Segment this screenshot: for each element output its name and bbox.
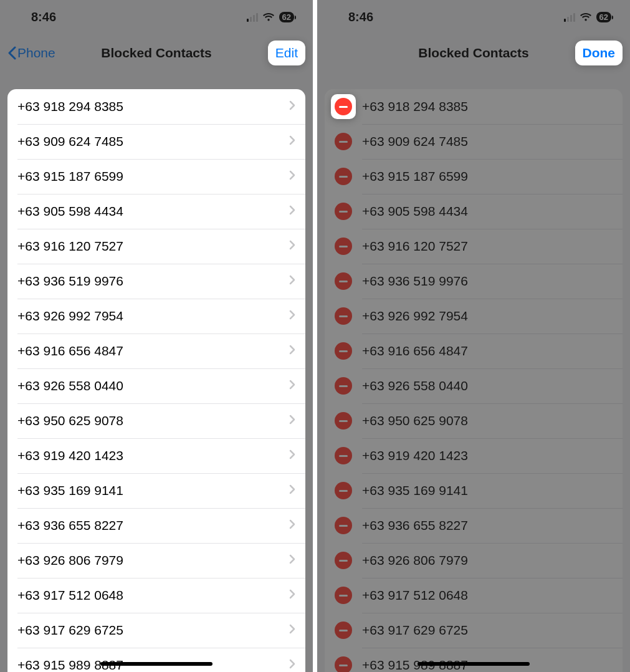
remove-contact-button[interactable] xyxy=(335,133,352,150)
battery-indicator: 62 xyxy=(596,12,611,22)
chevron-right-icon xyxy=(289,449,295,462)
minus-icon xyxy=(339,560,348,562)
contact-number: +63 926 806 7979 xyxy=(17,553,289,568)
contact-number: +63 950 625 9078 xyxy=(17,413,289,428)
nav-bar: Phone Blocked Contacts Edit xyxy=(0,34,313,72)
blocked-contact-row-editing: +63 905 598 4434 xyxy=(325,194,623,229)
blocked-contacts-list-editing: +63 918 294 8385+63 909 624 7485+63 915 … xyxy=(325,89,623,672)
minus-icon xyxy=(339,315,348,317)
remove-contact-button[interactable] xyxy=(335,168,352,185)
status-time: 8:46 xyxy=(348,10,373,24)
blocked-contact-row[interactable]: +63 926 558 0440 xyxy=(7,368,305,403)
blocked-contact-row[interactable]: +63 905 598 4434 xyxy=(7,194,305,229)
blocked-contact-row[interactable]: +63 915 989 8887 xyxy=(7,648,305,672)
remove-contact-button[interactable] xyxy=(335,482,352,499)
contact-number: +63 905 598 4434 xyxy=(362,204,613,219)
chevron-right-icon xyxy=(289,275,295,287)
remove-contact-button[interactable] xyxy=(335,447,352,464)
contact-number: +63 919 420 1423 xyxy=(17,448,289,463)
chevron-right-icon xyxy=(289,519,295,532)
remove-contact-button[interactable] xyxy=(335,517,352,534)
back-button[interactable]: Phone xyxy=(7,46,55,60)
chevron-right-icon xyxy=(289,135,295,148)
blocked-contact-row[interactable]: +63 917 629 6725 xyxy=(7,613,305,648)
minus-icon xyxy=(339,385,348,387)
blocked-contact-row[interactable]: +63 916 120 7527 xyxy=(7,229,305,264)
blocked-contact-row-editing: +63 916 656 4847 xyxy=(325,334,623,368)
chevron-right-icon xyxy=(289,624,295,636)
blocked-contact-row-editing: +63 909 624 7485 xyxy=(325,124,623,159)
delete-button-highlight xyxy=(331,94,356,119)
contact-number: +63 915 187 6599 xyxy=(17,169,289,184)
cellular-signal-icon xyxy=(564,13,575,22)
minus-icon xyxy=(339,246,348,247)
remove-contact-button[interactable] xyxy=(335,272,352,290)
blocked-contact-row-editing: +63 935 169 9141 xyxy=(325,473,623,508)
blocked-contact-row[interactable]: +63 950 625 9078 xyxy=(7,403,305,438)
remove-contact-button[interactable] xyxy=(335,622,352,639)
blocked-contact-row-editing: +63 950 625 9078 xyxy=(325,403,623,438)
blocked-contact-row[interactable]: +63 936 519 9976 xyxy=(7,264,305,299)
minus-icon xyxy=(339,595,348,597)
blocked-contact-row-editing: +63 915 989 8887 xyxy=(325,648,623,672)
blocked-contact-row[interactable]: +63 926 992 7954 xyxy=(7,299,305,334)
remove-contact-button[interactable] xyxy=(335,587,352,604)
cellular-signal-icon xyxy=(247,13,258,22)
blocked-contact-row[interactable]: +63 935 169 9141 xyxy=(7,473,305,508)
blocked-contact-row-editing: +63 926 558 0440 xyxy=(325,368,623,403)
contact-number: +63 936 519 9976 xyxy=(17,274,289,289)
remove-contact-button[interactable] xyxy=(335,412,352,430)
contact-number: +63 926 992 7954 xyxy=(362,309,613,324)
contact-number: +63 918 294 8385 xyxy=(17,99,289,114)
back-button-label: Phone xyxy=(17,46,55,60)
status-time: 8:46 xyxy=(31,10,56,24)
contact-number: +63 926 558 0440 xyxy=(362,378,613,393)
contact-number: +63 916 656 4847 xyxy=(17,343,289,358)
chevron-right-icon xyxy=(289,240,295,252)
remove-contact-button[interactable] xyxy=(335,377,352,395)
contact-number: +63 915 187 6599 xyxy=(362,169,613,184)
remove-contact-button[interactable] xyxy=(335,98,352,115)
blocked-contact-row[interactable]: +63 917 512 0648 xyxy=(7,578,305,613)
chevron-right-icon xyxy=(289,345,295,357)
contact-number: +63 916 120 7527 xyxy=(17,239,289,254)
blocked-contact-row[interactable]: +63 916 656 4847 xyxy=(7,334,305,368)
contact-number: +63 926 992 7954 xyxy=(17,309,289,324)
chevron-right-icon xyxy=(289,589,295,602)
home-indicator[interactable] xyxy=(418,662,530,666)
minus-icon xyxy=(339,490,348,492)
remove-contact-button[interactable] xyxy=(335,342,352,360)
contact-number: +63 950 625 9078 xyxy=(362,413,613,428)
home-indicator[interactable] xyxy=(100,662,212,666)
phone-screenshot-view-mode: 8:46 62 Phone Blocked Contacts Edit +63 … xyxy=(0,0,313,672)
done-button-highlight: Done xyxy=(575,41,623,65)
edit-button[interactable]: Edit xyxy=(275,46,298,60)
blocked-contact-row[interactable]: +63 936 655 8227 xyxy=(7,508,305,543)
blocked-contact-row[interactable]: +63 926 806 7979 xyxy=(7,543,305,578)
blocked-contact-row[interactable]: +63 919 420 1423 xyxy=(7,438,305,473)
remove-contact-button[interactable] xyxy=(335,238,352,255)
minus-icon xyxy=(339,630,348,631)
chevron-right-icon xyxy=(289,100,295,113)
contact-number: +63 926 806 7979 xyxy=(362,553,613,568)
contact-number: +63 909 624 7485 xyxy=(17,134,289,149)
chevron-right-icon xyxy=(289,310,295,322)
remove-contact-button[interactable] xyxy=(335,552,352,569)
minus-icon xyxy=(339,141,348,143)
blocked-contact-row[interactable]: +63 918 294 8385 xyxy=(7,89,305,124)
chevron-right-icon xyxy=(289,659,295,671)
contact-number: +63 935 169 9141 xyxy=(17,483,289,498)
remove-contact-button[interactable] xyxy=(335,307,352,325)
blocked-contact-row-editing: +63 915 187 6599 xyxy=(325,159,623,194)
blocked-contact-row[interactable]: +63 915 187 6599 xyxy=(7,159,305,194)
remove-contact-button[interactable] xyxy=(335,656,352,672)
blocked-contact-row-editing: +63 917 629 6725 xyxy=(325,613,623,648)
minus-icon xyxy=(339,455,348,457)
done-button[interactable]: Done xyxy=(583,46,616,60)
contact-number: +63 936 655 8227 xyxy=(362,518,613,533)
contact-number: +63 905 598 4434 xyxy=(17,204,289,219)
remove-contact-button[interactable] xyxy=(335,203,352,220)
wifi-icon xyxy=(262,12,275,22)
blocked-contact-row[interactable]: +63 909 624 7485 xyxy=(7,124,305,159)
blocked-contact-row-editing: +63 919 420 1423 xyxy=(325,438,623,473)
